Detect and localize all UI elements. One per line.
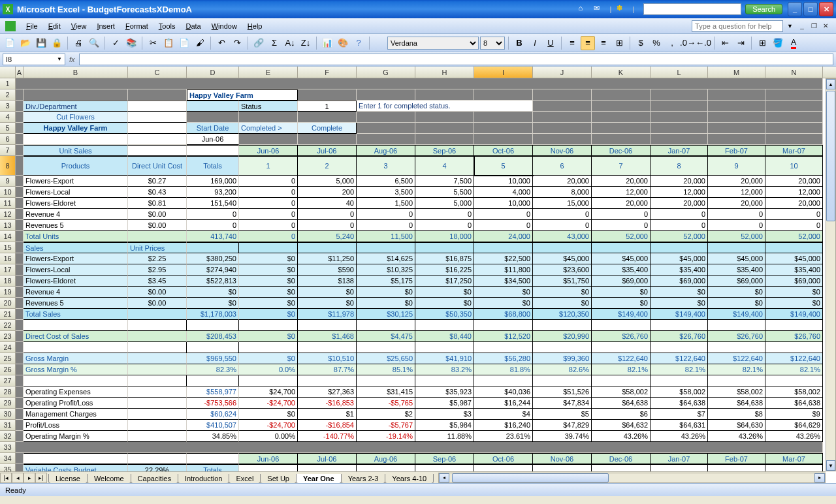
- cell[interactable]: 0: [187, 209, 239, 220]
- cell[interactable]: [187, 342, 239, 353]
- cell[interactable]: [533, 242, 592, 253]
- cell[interactable]: Aug-06: [357, 453, 415, 464]
- cell[interactable]: Unit Prices: [128, 242, 187, 253]
- cell[interactable]: [298, 112, 357, 123]
- cell[interactable]: [415, 134, 474, 145]
- cell[interactable]: $558,977: [187, 386, 239, 398]
- cell[interactable]: $7: [651, 409, 708, 420]
- cell[interactable]: [239, 342, 298, 353]
- doc-close-button[interactable]: ✕: [820, 22, 831, 31]
- sheet-tab-welcome[interactable]: Welcome: [87, 474, 131, 484]
- cell[interactable]: $35,400: [592, 264, 651, 276]
- cell[interactable]: Status: [239, 101, 298, 112]
- row-header-11[interactable]: 11: [0, 198, 16, 209]
- cell[interactable]: [16, 209, 24, 220]
- cell[interactable]: Revenues 5: [24, 220, 128, 231]
- cell[interactable]: $0.81: [128, 198, 187, 209]
- cell[interactable]: 4: [415, 156, 474, 176]
- print-preview-button[interactable]: 🔍: [87, 36, 101, 50]
- cell[interactable]: Sales: [24, 242, 128, 253]
- cell[interactable]: [651, 123, 708, 134]
- cell[interactable]: 6,500: [357, 176, 415, 187]
- col-header-B[interactable]: B: [24, 67, 128, 78]
- cell[interactable]: [357, 112, 415, 123]
- row-header-32[interactable]: 32: [0, 431, 16, 442]
- cell[interactable]: $2: [357, 409, 415, 420]
- cell[interactable]: $5: [533, 409, 592, 420]
- open-button[interactable]: 📂: [18, 36, 33, 50]
- cell[interactable]: [651, 242, 708, 253]
- cell[interactable]: 34.85%: [187, 431, 239, 442]
- cell[interactable]: $69,000: [708, 276, 765, 287]
- sheet-tab-excel[interactable]: Excel: [229, 474, 261, 484]
- cell[interactable]: $64,638: [651, 398, 708, 409]
- cell[interactable]: $0: [187, 298, 239, 309]
- cell[interactable]: [651, 375, 708, 386]
- cell[interactable]: [128, 364, 187, 375]
- cell[interactable]: 413,740: [187, 231, 239, 242]
- cell[interactable]: [128, 101, 187, 112]
- cell[interactable]: [357, 375, 415, 386]
- cell[interactable]: Revenues 5: [24, 298, 128, 309]
- cell[interactable]: $3: [415, 409, 474, 420]
- cell[interactable]: Unit Sales: [24, 145, 128, 156]
- cell[interactable]: Dec-06: [592, 145, 651, 156]
- cell[interactable]: Complete: [298, 123, 357, 134]
- messenger-icon[interactable]: ✽: [617, 4, 627, 14]
- cell[interactable]: Jun-06: [239, 145, 298, 156]
- chart-button[interactable]: 📊: [320, 36, 334, 50]
- cell[interactable]: 0: [533, 209, 592, 220]
- cell[interactable]: [765, 342, 823, 353]
- cell[interactable]: $122,640: [708, 353, 765, 364]
- cell[interactable]: $0.27: [128, 176, 187, 187]
- cell[interactable]: $45,000: [651, 253, 708, 264]
- print-button[interactable]: 🖨: [71, 36, 86, 50]
- cell[interactable]: $35,400: [651, 264, 708, 276]
- row-header-27[interactable]: 27: [0, 375, 16, 386]
- cell[interactable]: 87.7%: [298, 364, 357, 375]
- cell[interactable]: [16, 342, 24, 353]
- scroll-up-button[interactable]: ▲: [826, 79, 835, 89]
- cell[interactable]: $99,360: [533, 353, 592, 364]
- cell[interactable]: Oct-06: [474, 145, 533, 156]
- cell[interactable]: $45,000: [765, 253, 823, 264]
- cell[interactable]: 52,000: [765, 231, 823, 242]
- cell[interactable]: $45,000: [708, 253, 765, 264]
- cell[interactable]: [16, 220, 24, 231]
- spreadsheet-grid[interactable]: ABCDEFGHIJKLMN 1234567891011121314151617…: [0, 67, 836, 483]
- cell[interactable]: Cut Flowers: [24, 112, 128, 123]
- row-header-2[interactable]: 2: [0, 89, 16, 101]
- cell[interactable]: Sep-06: [415, 453, 474, 464]
- cell[interactable]: 0: [187, 220, 239, 231]
- cell[interactable]: $25,650: [357, 353, 415, 364]
- cell[interactable]: 5,000: [298, 176, 357, 187]
- cell[interactable]: $45,000: [592, 253, 651, 264]
- cell[interactable]: Oct-06: [474, 453, 533, 464]
- cell[interactable]: 11,500: [357, 231, 415, 242]
- col-header-K[interactable]: K: [592, 67, 651, 78]
- sheet-tab-introduction[interactable]: Introduction: [178, 474, 229, 484]
- cell[interactable]: 43,000: [533, 231, 592, 242]
- cell[interactable]: $0: [357, 287, 415, 298]
- cell[interactable]: $0: [651, 298, 708, 309]
- cell[interactable]: [16, 386, 24, 398]
- cell[interactable]: [16, 331, 24, 342]
- formula-input[interactable]: [79, 54, 833, 65]
- cell[interactable]: 0: [239, 198, 298, 209]
- cell[interactable]: [415, 242, 474, 253]
- cell[interactable]: Feb-07: [708, 145, 765, 156]
- cell[interactable]: Flowers-Export: [24, 253, 128, 264]
- cell[interactable]: Sep-06: [415, 145, 474, 156]
- app-icon[interactable]: [5, 21, 16, 31]
- cell[interactable]: [24, 89, 128, 101]
- cell[interactable]: 0: [708, 220, 765, 231]
- cell[interactable]: 11.88%: [415, 431, 474, 442]
- cell[interactable]: $16,244: [474, 398, 533, 409]
- cell[interactable]: Dec-06: [592, 453, 651, 464]
- cell[interactable]: [128, 320, 187, 331]
- cell[interactable]: $64,638: [765, 398, 823, 409]
- cell[interactable]: 5,000: [415, 198, 474, 209]
- cell[interactable]: [765, 123, 823, 134]
- sort-asc-button[interactable]: A↓: [283, 36, 297, 50]
- cell[interactable]: Jun-06: [239, 453, 298, 464]
